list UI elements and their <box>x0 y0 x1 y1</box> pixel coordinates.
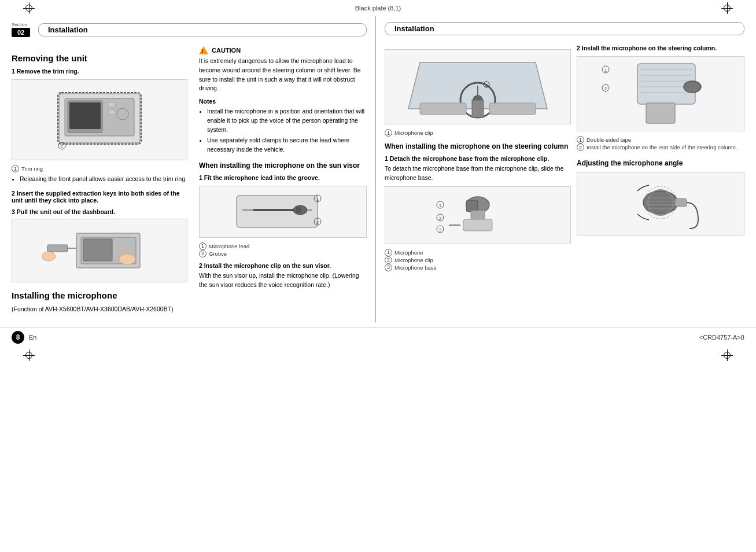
right-side-section: 2 Install the microphone on the steering… <box>577 45 744 271</box>
reg-marks-bottom <box>0 347 756 363</box>
mic-lead-svg: 1 2 <box>225 187 341 236</box>
caption-install-rear-label: Install the microphone on the rear side … <box>587 144 737 150</box>
footer-left: 8 En <box>12 331 36 344</box>
cap-num-lead-1: 1 <box>199 242 206 250</box>
svg-point-16 <box>119 254 135 264</box>
caption-steering-install: 1 Double-sided tape 2 Install the microp… <box>577 136 744 151</box>
svg-text:1: 1 <box>485 83 488 87</box>
trim-ring-illustration: 1 <box>12 79 187 160</box>
cap-num-1: 1 <box>12 165 19 172</box>
steering-col-illustration: 1 <box>385 49 571 124</box>
trim-ring-notes: Releasing the front panel allows easier … <box>12 175 187 184</box>
caution-title: CAUTION <box>199 46 367 54</box>
left-top-section: Removing the unit 1 Remove the trim ring… <box>12 46 367 317</box>
reg-mark-left <box>23 2 35 14</box>
svg-point-15 <box>42 252 56 261</box>
adjusting-heading: Adjusting the microphone angle <box>577 159 744 167</box>
caution-triangle-icon <box>199 46 208 54</box>
reg-mark-bottom-right <box>721 349 733 361</box>
footer-right: <CRD4757-A>8 <box>699 334 744 341</box>
caption-install-rear-item: 2 Install the microphone on the rear sid… <box>577 143 744 151</box>
svg-rect-30 <box>420 103 466 115</box>
svg-rect-63 <box>675 198 687 207</box>
page-header-title: Black plate (8,1) <box>355 5 401 12</box>
steering-step1-body: To detach the microphone base from the m… <box>385 164 571 183</box>
caution-body: It is extremely dangerous to allow the m… <box>199 57 367 93</box>
caption-trimring: 1 Trim ring <box>12 165 187 172</box>
page-footer: 8 En <CRD4757-A>8 <box>0 327 756 347</box>
svg-point-51 <box>684 81 701 93</box>
caption-mic-item: 1 Microphone <box>385 249 571 256</box>
caption-mic-lead: 1 Microphone lead 2 Groove <box>199 242 367 257</box>
removing-unit-heading: Removing the unit <box>12 53 187 63</box>
step2-label: 2 Insert the supplied extraction keys in… <box>12 190 187 204</box>
svg-text:2: 2 <box>316 220 319 225</box>
caption-groove-item: 2 Groove <box>199 250 367 257</box>
left-column: Section 02 Installation Removing the uni… <box>0 16 376 322</box>
reg-mark-bottom-left <box>23 349 35 361</box>
svg-rect-45 <box>646 103 675 123</box>
sun-visor-step2-body: With the sun visor up, install the micro… <box>199 271 367 290</box>
caption-lead-item: 1 Microphone lead <box>199 242 367 250</box>
caption-double-tape-label: Double-sided tape <box>587 137 631 143</box>
caption-base-label: Microphone base <box>394 264 437 271</box>
svg-text:2: 2 <box>604 86 607 91</box>
cap-num-tape: 1 <box>577 136 584 143</box>
caption-groove-label: Groove <box>209 251 227 257</box>
dashboard-illustration <box>12 219 187 282</box>
svg-point-6 <box>117 108 128 120</box>
cap-num-clip: 2 <box>385 256 392 264</box>
svg-rect-31 <box>489 103 536 115</box>
installing-mic-section: Installing the microphone (Function of A… <box>12 290 187 314</box>
caption-item-1: 1 Trim ring <box>12 165 187 172</box>
svg-rect-37 <box>463 219 492 231</box>
right-column: Installation <box>376 16 756 322</box>
svg-text:1: 1 <box>604 68 607 73</box>
svg-rect-3 <box>69 102 101 129</box>
caption-mic-label: Microphone <box>394 249 423 256</box>
sun-visor-step1: 1 Fit the microphone lead into the groov… <box>199 174 367 181</box>
mic-lead-illustration: 1 2 <box>199 186 367 238</box>
caution-box: CAUTION It is extremely dangerous to all… <box>199 46 367 154</box>
caption-steering-parts: 1 Microphone 2 Microphone clip 3 Microph… <box>385 249 571 271</box>
footer-doc-code: <CRD4757-A>8 <box>699 334 744 341</box>
sun-visor-step2: 2 Install the microphone clip on the sun… <box>199 262 367 269</box>
step1-label: 1 Remove the trim ring. <box>12 68 187 75</box>
svg-rect-5 <box>108 110 115 115</box>
installing-mic-heading: Installing the microphone <box>12 290 187 300</box>
svg-rect-35 <box>466 200 478 212</box>
steering-install-svg: 1 2 <box>591 58 730 130</box>
cap-num-groove-2: 2 <box>199 250 206 257</box>
caption-trimring-label: Trim ring <box>21 165 43 172</box>
trim-ring-svg: 1 <box>47 82 152 157</box>
notes-bullet-1: Install the microphone in a position and… <box>207 107 367 134</box>
section-badge: 02 <box>12 28 30 37</box>
caption-double-tape-item: 1 Double-sided tape <box>577 136 744 143</box>
steering-step1: 1 Detach the microphone base from the mi… <box>385 155 571 162</box>
right-section-title: Installation <box>385 22 744 35</box>
caption-clip-label: Microphone clip <box>394 257 433 263</box>
right-top-section: 1 1 Microphone clip When installing the … <box>385 45 744 271</box>
steering-col-section: 1 1 Microphone clip When installing the … <box>385 45 571 271</box>
notes-bullet-2: Use separately sold clamps to secure the… <box>207 136 367 154</box>
svg-text:1: 1 <box>439 203 442 208</box>
notes-bullets: Install the microphone in a position and… <box>199 107 367 154</box>
step3-label: 3 Pull the unit out of the dashboard. <box>12 208 187 215</box>
svg-text:1: 1 <box>61 144 64 149</box>
caption-mic-clip-label: Microphone clip <box>394 130 433 136</box>
cap-num-base: 3 <box>385 264 392 271</box>
svg-text:3: 3 <box>439 227 442 233</box>
svg-rect-21 <box>296 207 301 213</box>
page-number-badge: 8 <box>12 331 24 344</box>
cap-num-mic-clip: 1 <box>385 129 392 137</box>
caption-clip-item: 2 Microphone clip <box>385 256 571 264</box>
cap-num-mic: 1 <box>385 249 392 256</box>
footer-lang: En <box>29 334 36 341</box>
section-header-right: Installation <box>385 22 744 35</box>
main-content: Section 02 Installation Removing the uni… <box>0 16 756 322</box>
installing-mic-note: (Function of AVH-X5600BT/AVH-X3600DAB/AV… <box>12 305 187 314</box>
section-header-left: Section 02 Installation <box>12 22 367 37</box>
trim-ring-bullet: Releasing the front panel allows easier … <box>20 175 187 184</box>
reg-mark-right <box>721 2 733 14</box>
cap-num-rear: 2 <box>577 143 584 151</box>
